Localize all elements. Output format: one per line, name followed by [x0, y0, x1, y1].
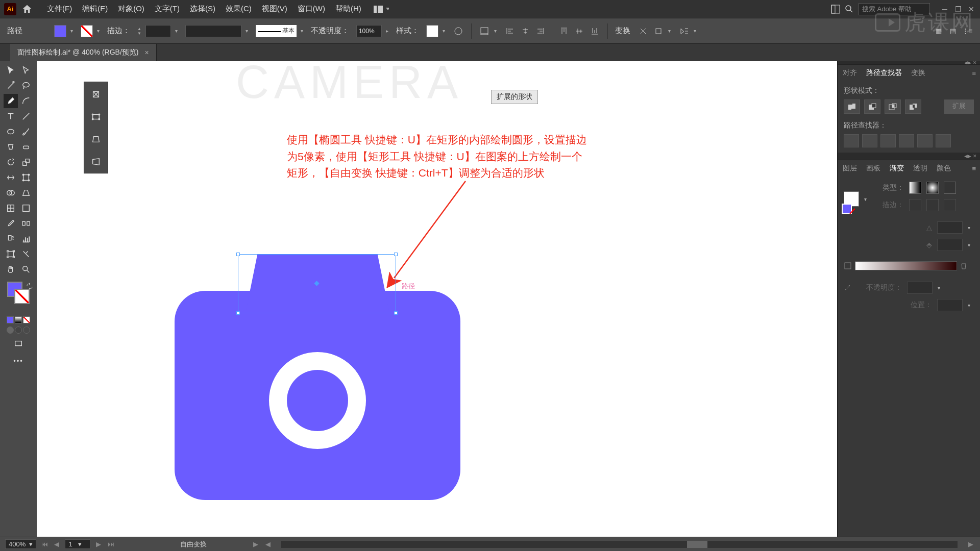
preferences-icon[interactable]: ▤ — [947, 26, 959, 37]
edit-similar-icon[interactable] — [653, 26, 664, 37]
brush-preview[interactable]: 基本 — [256, 25, 297, 37]
type-tool[interactable] — [4, 109, 18, 123]
menu-edit[interactable]: 编辑(E) — [77, 4, 113, 14]
camera-shape[interactable] — [175, 291, 460, 500]
menu-object[interactable]: 对象(O) — [113, 4, 150, 14]
next-artboard-icon[interactable]: ▶ — [94, 540, 103, 548]
eyedropper-tool[interactable] — [4, 216, 18, 231]
canvas[interactable]: CAMERA 扩展的形状 使用【椭圆工具 快捷键：U】在矩形的内部绘制圆形，设置… — [37, 61, 837, 537]
graph-tool[interactable] — [19, 232, 33, 246]
restore-icon[interactable]: ❐ — [953, 6, 963, 13]
tab-align[interactable]: 对齐 — [843, 68, 857, 78]
arrange-icon[interactable] — [831, 5, 840, 14]
align-right-icon[interactable] — [535, 26, 546, 37]
crop-button[interactable] — [899, 134, 914, 147]
h-scroll-thumb[interactable] — [687, 541, 707, 548]
exclude-button[interactable] — [905, 99, 921, 114]
stroke-swatch[interactable] — [81, 25, 93, 37]
mesh-tool[interactable] — [4, 201, 18, 215]
delete-stop-icon[interactable] — [960, 262, 967, 269]
gradient-tool-icon[interactable] — [844, 262, 852, 270]
stepper-down[interactable]: ▼ — [137, 31, 141, 36]
constrain-icon[interactable] — [89, 87, 103, 102]
magic-wand-tool[interactable] — [4, 79, 18, 93]
free-transform-icon[interactable] — [89, 110, 103, 124]
menu-type[interactable]: 文字(T) — [150, 4, 185, 14]
artboard-tool[interactable] — [4, 247, 18, 261]
pen-tool[interactable] — [4, 94, 18, 108]
panel-collapse-icon-2[interactable]: ◀▶ ✕ — [964, 154, 977, 159]
curvature-tool[interactable] — [19, 94, 33, 108]
handle-tr[interactable] — [394, 253, 398, 256]
style-swatch[interactable] — [426, 25, 438, 37]
screen-mode-icons[interactable] — [7, 327, 30, 334]
search-icon[interactable] — [845, 5, 853, 13]
prev-artboard-icon[interactable]: ◀ — [53, 540, 61, 548]
stepper-up[interactable]: ▲ — [137, 27, 141, 31]
linear-gradient-button[interactable] — [909, 182, 921, 194]
perspective-distort-icon[interactable] — [89, 132, 103, 146]
menu-select[interactable]: 选择(S) — [185, 4, 220, 14]
menu-file[interactable]: 文件(F) — [42, 4, 77, 14]
slice-tool[interactable] — [19, 247, 33, 261]
free-distort-icon[interactable] — [89, 155, 103, 169]
handle-br[interactable] — [394, 311, 398, 315]
document-tab[interactable]: 面性图标绘制.ai* @ 400% (RGB/预览) × — [10, 44, 157, 61]
shape-builder-tool[interactable] — [4, 186, 18, 200]
align-to-icon[interactable] — [479, 26, 490, 37]
tab-layers[interactable]: 图层 — [843, 164, 857, 173]
zoom-tool[interactable] — [19, 262, 33, 277]
align-vcenter-icon[interactable] — [574, 26, 585, 37]
handle-tl[interactable] — [236, 253, 240, 256]
tab-gradient[interactable]: 渐变 — [890, 164, 904, 173]
fill-dropdown[interactable]: ▾ — [70, 28, 77, 34]
stroke-weight-input[interactable] — [145, 25, 171, 37]
hand-tool[interactable] — [4, 262, 18, 277]
scale-tool[interactable] — [19, 155, 33, 169]
stroke-dropdown[interactable]: ▾ — [97, 28, 103, 34]
select-similar-icon[interactable] — [678, 26, 690, 37]
panel-menu-icon[interactable]: ⋮≡ — [962, 26, 973, 37]
first-artboard-icon[interactable]: ⏮ — [40, 540, 48, 548]
outline-button[interactable] — [917, 134, 933, 147]
variable-width-input[interactable] — [185, 25, 241, 37]
menu-help[interactable]: 帮助(H) — [330, 4, 366, 14]
scroll-left-icon[interactable]: ◀ — [264, 540, 272, 548]
align-hcenter-icon[interactable] — [520, 26, 531, 37]
menu-effect[interactable]: 效果(C) — [220, 4, 257, 14]
edit-toolbar-icon[interactable]: ••• — [13, 357, 23, 365]
h-scrollbar[interactable] — [281, 541, 958, 548]
freeform-gradient-button[interactable] — [944, 182, 956, 194]
home-icon[interactable] — [21, 4, 33, 15]
ellipse-tool[interactable] — [4, 124, 18, 139]
menu-window[interactable]: 窗口(W) — [292, 4, 330, 14]
tab-transform[interactable]: 变换 — [911, 68, 925, 78]
status-expand-icon[interactable]: ▶ — [252, 540, 260, 548]
change-screen-mode[interactable] — [11, 337, 26, 351]
transform-label[interactable]: 变换 — [615, 26, 630, 36]
recolor-icon[interactable] — [453, 26, 464, 37]
minus-front-button[interactable] — [864, 99, 880, 114]
radial-gradient-button[interactable] — [926, 182, 939, 194]
fill-swatch[interactable] — [54, 25, 66, 37]
shaper-tool[interactable] — [4, 140, 18, 154]
merge-button[interactable] — [880, 134, 896, 147]
free-transform-widget[interactable] — [84, 82, 108, 173]
tab-transparency[interactable]: 透明 — [913, 164, 927, 173]
trim-button[interactable] — [862, 134, 877, 147]
draw-mode-swatches[interactable] — [7, 316, 30, 323]
layout-dropdown-icon[interactable] — [374, 5, 389, 14]
doc-setup-icon[interactable]: ▦ — [933, 26, 944, 37]
tab-artboards[interactable]: 画板 — [866, 164, 880, 173]
direct-selection-tool[interactable] — [19, 63, 33, 78]
minus-back-button[interactable] — [936, 134, 951, 147]
scroll-right-icon[interactable]: ▶ — [967, 540, 975, 548]
symbol-sprayer-tool[interactable] — [4, 232, 18, 246]
align-left-icon[interactable] — [504, 26, 516, 37]
close-icon[interactable]: ✕ — [967, 6, 976, 13]
gradient-tool[interactable] — [19, 201, 33, 215]
stop-eyedropper-icon[interactable] — [844, 284, 851, 291]
align-top-icon[interactable] — [558, 26, 570, 37]
search-input[interactable]: 搜索 Adobe 帮助 — [859, 3, 930, 15]
expand-button[interactable]: 扩展 — [944, 99, 974, 114]
